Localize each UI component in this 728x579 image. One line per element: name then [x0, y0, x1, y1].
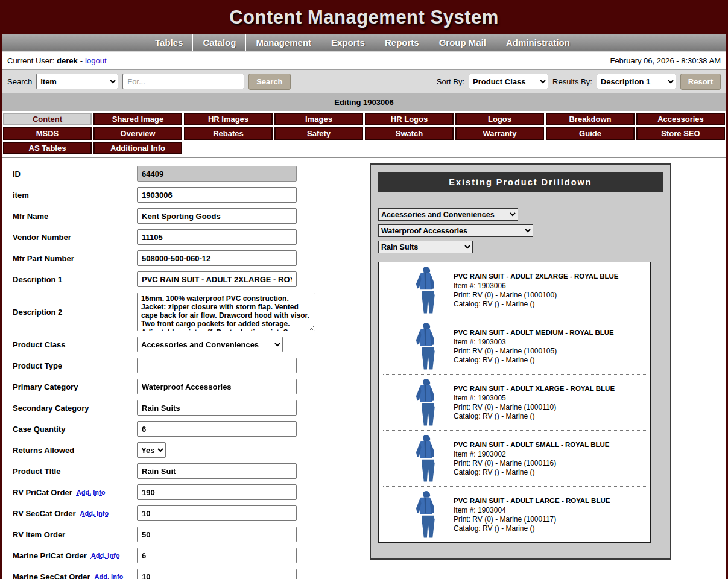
add-info-link-rv-seccat-order[interactable]: Add. Info: [80, 510, 109, 517]
field-returns-allowed[interactable]: Yes: [137, 442, 166, 458]
field-label-rv-item-order: RV Item Order: [13, 530, 137, 539]
field-case-quantity[interactable]: [137, 421, 297, 437]
logout-link[interactable]: logout: [85, 56, 106, 65]
product-item-1903003[interactable]: PVC RAIN SUIT - ADULT MEDIUM - ROYAL BLU…: [379, 320, 650, 373]
product-item-1903004[interactable]: PVC RAIN SUIT - ADULT LARGE - ROYAL BLUE…: [379, 488, 650, 541]
field-label-item: item: [13, 191, 137, 200]
section-tab-hr-logos[interactable]: HR Logos: [365, 113, 454, 125]
section-tab-as-tables[interactable]: AS Tables: [3, 142, 92, 154]
drilldown-select-rain-suits[interactable]: Rain Suits: [378, 241, 473, 253]
field-label-text-description-2: Description 2: [13, 308, 62, 317]
field-mfr-part-number[interactable]: [137, 250, 297, 266]
form-row-rv-seccat-order: RV SecCat OrderAdd. Info: [13, 505, 338, 521]
product-catalog-info: Catalog: RV () - Marine (): [454, 300, 618, 309]
field-label-product-type: Product Type: [13, 361, 137, 370]
section-tab-guide[interactable]: Guide: [546, 127, 635, 140]
field-vendor-number[interactable]: [137, 229, 297, 245]
nav-tab-management[interactable]: Management: [246, 34, 321, 51]
product-catalog-info: Catalog: RV () - Marine (): [454, 412, 615, 421]
section-tab-logos[interactable]: Logos: [455, 113, 544, 125]
nav-tab-tables[interactable]: Tables: [145, 34, 193, 51]
results-by-select[interactable]: Description 1: [597, 74, 676, 89]
product-title: PVC RAIN SUIT - ADULT 2XLARGE - ROYAL BL…: [454, 272, 618, 281]
field-marine-pricat-order[interactable]: [137, 548, 297, 563]
product-text: PVC RAIN SUIT - ADULT 2XLARGE - ROYAL BL…: [454, 272, 618, 309]
sort-by-select[interactable]: Product Class: [469, 74, 548, 89]
product-text: PVC RAIN SUIT - ADULT MEDIUM - ROYAL BLU…: [454, 328, 614, 365]
section-tab-images[interactable]: Images: [274, 113, 363, 125]
product-catalog-info: Catalog: RV () - Marine (): [454, 356, 614, 365]
field-description-1[interactable]: [137, 271, 297, 287]
section-tab-swatch[interactable]: Swatch: [365, 127, 454, 140]
add-info-link-marine-seccat-order[interactable]: Add. Info: [95, 573, 124, 579]
form-row-product-class: Product ClassAccessories and Convenience…: [13, 337, 338, 352]
search-input[interactable]: [122, 74, 244, 89]
section-tab-additional-info[interactable]: Additional Info: [93, 142, 182, 154]
drilldown-title: Existing Product Drilldown: [378, 172, 663, 192]
add-info-link-rv-pricat-order[interactable]: Add. Info: [77, 489, 106, 496]
product-item-1903002[interactable]: PVC RAIN SUIT - ADULT SMALL - ROYAL BLUE…: [379, 432, 650, 485]
rain-suit-image: [413, 321, 440, 371]
field-label-rv-seccat-order: RV SecCat OrderAdd. Info: [13, 509, 137, 518]
editing-status: Editing 1903006: [2, 93, 726, 112]
rain-suit-image: [413, 434, 440, 483]
section-tab-rebates[interactable]: Rebates: [184, 127, 273, 140]
section-tab-content[interactable]: Content: [3, 113, 92, 125]
section-tab-warranty[interactable]: Warranty: [455, 127, 544, 140]
field-product-title[interactable]: [137, 463, 297, 479]
field-label-marine-pricat-order: Marine PriCat OrderAdd. Info: [13, 551, 137, 560]
field-mfr-name[interactable]: [137, 208, 297, 224]
nav-tab-group-mail[interactable]: Group Mail: [429, 34, 496, 51]
field-primary-category[interactable]: [137, 379, 297, 394]
section-tab-msds[interactable]: MSDS: [3, 127, 92, 140]
search-field-select[interactable]: item: [36, 74, 118, 89]
section-tab-hr-images[interactable]: HR Images: [184, 113, 273, 125]
nav-tab-exports[interactable]: Exports: [321, 34, 375, 51]
field-marine-seccat-order[interactable]: [137, 569, 297, 579]
product-item-1903005[interactable]: PVC RAIN SUIT - ADULT XLARGE - ROYAL BLU…: [379, 376, 650, 429]
field-item[interactable]: [137, 187, 297, 203]
field-product-type[interactable]: [137, 358, 297, 373]
add-info-link-marine-pricat-order[interactable]: Add. Info: [91, 552, 120, 559]
field-rv-seccat-order[interactable]: [137, 505, 297, 521]
section-tab-safety[interactable]: Safety: [274, 127, 363, 140]
field-secondary-category[interactable]: [137, 400, 297, 416]
search-label: Search: [7, 77, 32, 86]
section-tab-accessories[interactable]: Accessories: [636, 113, 725, 125]
field-rv-pricat-order[interactable]: [137, 484, 297, 500]
sort-by-label: Sort By:: [437, 77, 464, 86]
nav-tab-catalog[interactable]: Catalog: [193, 34, 246, 51]
field-label-returns-allowed: Returns Allowed: [13, 446, 137, 455]
app-title: Content Management System: [229, 7, 499, 28]
current-user: Current User: derek - logout: [7, 56, 107, 65]
field-label-vendor-number: Vendor Number: [13, 233, 137, 242]
field-label-text-id: ID: [13, 169, 21, 179]
field-id[interactable]: [137, 166, 297, 182]
search-button[interactable]: Search: [248, 74, 290, 90]
section-tabs: ContentShared ImageHR ImagesImagesHR Log…: [2, 112, 726, 158]
form-row-primary-category: Primary Category: [13, 379, 338, 394]
product-catalog-info: Catalog: RV () - Marine (): [454, 468, 610, 477]
field-label-rv-pricat-order: RV PriCat OrderAdd. Info: [13, 488, 137, 497]
field-rv-item-order[interactable]: [137, 527, 297, 542]
nav-tab-reports[interactable]: Reports: [375, 34, 429, 51]
product-item-1903006[interactable]: PVC RAIN SUIT - ADULT 2XLARGE - ROYAL BL…: [379, 264, 650, 317]
drilldown-select-accessories-and-conveniences[interactable]: Accessories and Conveniences: [378, 208, 518, 221]
field-label-mfr-name: Mfr Name: [13, 212, 137, 221]
form-row-id: ID: [13, 166, 338, 182]
section-tab-shared-image[interactable]: Shared Image: [93, 113, 182, 125]
drilldown-select-waterproof-accessories[interactable]: Waterproof Accessories: [378, 224, 533, 237]
field-product-class[interactable]: Accessories and Conveniences: [137, 337, 283, 352]
field-label-text-vendor-number: Vendor Number: [13, 233, 71, 242]
app-header: Content Management System: [2, 0, 726, 34]
datetime-display: February 06, 2026 - 8:30:38 AM: [610, 56, 721, 65]
section-tab-breakdown[interactable]: Breakdown: [546, 113, 635, 125]
resort-button[interactable]: Resort: [680, 74, 721, 90]
section-tab-store-seo[interactable]: Store SEO: [636, 127, 725, 140]
product-separator: [383, 486, 646, 487]
nav-tab-administration[interactable]: Administration: [496, 34, 580, 51]
form-row-mfr-name: Mfr Name: [13, 208, 338, 224]
section-tab-overview[interactable]: Overview: [93, 127, 182, 140]
field-description-2[interactable]: [137, 293, 315, 331]
product-text: PVC RAIN SUIT - ADULT SMALL - ROYAL BLUE…: [454, 440, 610, 477]
